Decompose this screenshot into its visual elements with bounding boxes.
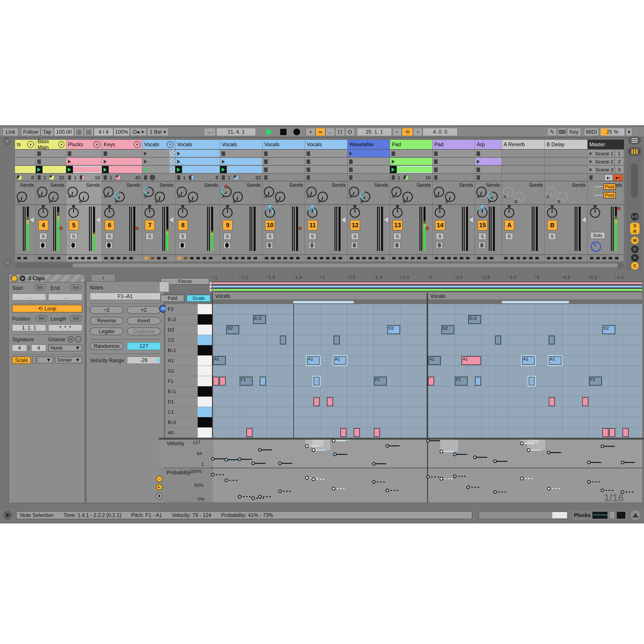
probability-marker[interactable] xyxy=(426,475,430,479)
crossfade-section-toggle[interactable]: ✕ xyxy=(631,254,639,262)
midi-note-f1[interactable]: F1 xyxy=(455,377,468,386)
probability-marker[interactable] xyxy=(211,473,215,477)
velocity-marker[interactable] xyxy=(386,444,389,448)
returns-section-toggle[interactable]: R xyxy=(630,229,640,234)
probability-marker[interactable] xyxy=(453,475,457,478)
piano-key[interactable] xyxy=(198,386,212,397)
midi-note-a1[interactable]: A1 xyxy=(428,356,441,365)
probability-marker[interactable] xyxy=(386,489,389,492)
probability-marker[interactable] xyxy=(332,487,335,490)
plucks-clip-loop-bar[interactable] xyxy=(213,282,642,285)
probability-marker[interactable] xyxy=(238,495,241,498)
velocity-marker[interactable] xyxy=(547,451,551,454)
midi-note[interactable] xyxy=(327,397,333,406)
probability-marker[interactable] xyxy=(466,485,470,489)
vocals-clip-loop-bar[interactable] xyxy=(213,285,642,288)
piano-key[interactable] xyxy=(198,345,212,356)
probability-marker[interactable] xyxy=(547,487,551,490)
piano-key[interactable] xyxy=(198,314,212,325)
piano-key[interactable] xyxy=(198,428,212,438)
midi-note-d2[interactable]: D2 xyxy=(387,325,400,334)
piano-key[interactable] xyxy=(198,304,212,314)
midi-note-e♭2[interactable]: E♭2 xyxy=(468,315,481,324)
midi-note-a1[interactable]: A1 xyxy=(522,356,535,365)
clip-section-scrub-strip[interactable] xyxy=(213,301,427,304)
midi-note-f1[interactable]: F1 xyxy=(374,377,387,386)
sends-section-toggle[interactable]: S xyxy=(630,223,640,229)
velocity-marker[interactable] xyxy=(258,448,262,452)
velocity-marker[interactable] xyxy=(587,461,591,464)
midi-note[interactable] xyxy=(354,428,360,437)
midi-note[interactable] xyxy=(602,428,608,437)
midi-note[interactable] xyxy=(549,397,555,406)
midi-note-a1[interactable]: A1 xyxy=(549,356,561,365)
clip-section-title[interactable]: Vocals xyxy=(428,292,642,300)
mixer-view-icon[interactable] xyxy=(628,148,641,156)
midi-note-d2[interactable]: D2 xyxy=(226,325,239,334)
clip-section-title[interactable]: Vocals xyxy=(213,292,427,300)
probability-lane-toggle[interactable]: ●· xyxy=(156,484,162,490)
midi-note[interactable] xyxy=(314,397,320,406)
performance-section-toggle[interactable]: C xyxy=(631,262,639,270)
pad-clip-loop-bar[interactable] xyxy=(213,288,642,291)
clip-section-scrub-strip[interactable] xyxy=(428,301,642,304)
piano-key[interactable] xyxy=(198,407,212,417)
velocity-marker[interactable] xyxy=(621,461,624,464)
probability-marker[interactable] xyxy=(520,477,524,480)
probability-marker[interactable] xyxy=(258,495,262,498)
midi-note[interactable] xyxy=(582,397,588,406)
midi-note-e♭2[interactable]: E♭2 xyxy=(253,315,266,324)
io-section-toggle[interactable]: I-O xyxy=(631,213,639,220)
mixer-section-toggle[interactable]: M xyxy=(631,237,639,244)
midi-note[interactable] xyxy=(475,377,481,386)
velocity-marker[interactable] xyxy=(440,450,443,453)
velocity-marker[interactable] xyxy=(426,439,430,443)
piano-key[interactable] xyxy=(198,417,212,428)
midi-note-d2[interactable]: D2 xyxy=(602,325,615,334)
velocity-marker[interactable] xyxy=(493,460,497,463)
velocity-lane-toggle[interactable]: ← xyxy=(156,476,162,482)
probability-marker[interactable] xyxy=(305,476,309,480)
probability-marker[interactable] xyxy=(493,490,497,494)
piano-key[interactable] xyxy=(198,397,212,407)
midi-note[interactable] xyxy=(220,377,226,386)
midi-note-f1[interactable]: F1 xyxy=(589,377,602,386)
velocity-marker[interactable] xyxy=(225,458,228,462)
midi-note[interactable] xyxy=(334,336,340,344)
velocity-marker[interactable] xyxy=(278,462,282,465)
delay-section-toggle[interactable]: D xyxy=(631,246,639,253)
velocity-marker[interactable] xyxy=(251,462,255,465)
midi-note[interactable] xyxy=(314,377,320,386)
midi-note[interactable] xyxy=(609,428,615,437)
session-v-scrollbar[interactable] xyxy=(631,163,638,198)
view-options-hamburger-icon[interactable] xyxy=(628,136,641,144)
note-grid-section[interactable] xyxy=(213,304,427,438)
lane-play-toggle[interactable] xyxy=(156,493,162,499)
midi-note[interactable] xyxy=(246,428,252,437)
velocity-marker[interactable] xyxy=(372,462,376,466)
midi-note[interactable] xyxy=(280,336,286,344)
midi-note[interactable] xyxy=(374,428,380,437)
velocity-marker[interactable] xyxy=(333,453,337,456)
probability-lane[interactable] xyxy=(213,469,427,502)
piano-key[interactable] xyxy=(198,376,212,386)
probability-marker[interactable] xyxy=(251,496,255,500)
piano-key[interactable] xyxy=(198,356,212,366)
piano-key[interactable] xyxy=(198,325,212,335)
midi-note[interactable] xyxy=(340,428,346,437)
midi-note[interactable] xyxy=(623,428,629,437)
midi-note[interactable] xyxy=(549,336,555,344)
midi-note-a1[interactable]: A1 xyxy=(462,356,481,365)
probability-marker[interactable] xyxy=(312,477,315,481)
velocity-marker[interactable] xyxy=(332,439,335,443)
piano-key[interactable] xyxy=(198,366,212,376)
midi-note-a1[interactable]: A1 xyxy=(334,356,346,365)
midi-note-f1[interactable]: F1 xyxy=(240,377,252,386)
midi-note[interactable] xyxy=(428,377,434,386)
velocity-marker[interactable] xyxy=(453,453,457,456)
note-grid-section[interactable] xyxy=(428,304,642,438)
piano-key[interactable] xyxy=(198,335,212,345)
midi-note[interactable] xyxy=(260,377,266,386)
midi-note-a1[interactable]: A1 xyxy=(307,356,320,365)
midi-note-a1[interactable]: A1 xyxy=(213,356,226,365)
